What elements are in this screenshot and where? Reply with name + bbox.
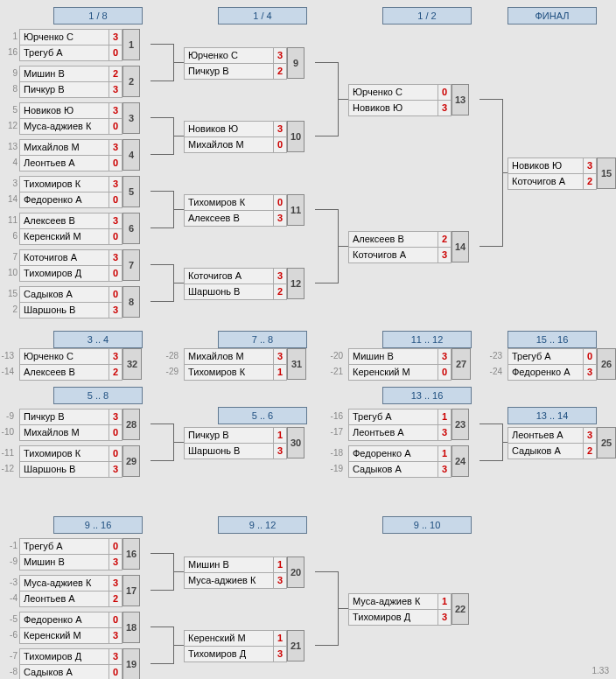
- player-name: Федоренко А: [19, 612, 110, 628]
- score: 3: [273, 121, 287, 137]
- header-place-13-14: 13 .. 14: [508, 407, 597, 424]
- score: 3: [108, 348, 122, 365]
- seed: -28: [164, 348, 178, 363]
- score: 3: [273, 572, 287, 589]
- score: 2: [583, 173, 597, 190]
- header-place-5-8: 5 .. 8: [53, 387, 143, 404]
- seed: -1: [4, 538, 18, 553]
- player-name: Тихомиров К: [19, 445, 110, 462]
- score: 3: [583, 364, 597, 381]
- player-name: Алексеев В: [19, 213, 110, 229]
- player-name: Муса-аджиев К: [348, 593, 439, 610]
- player-name: Мишин В: [19, 554, 110, 570]
- score: 0: [108, 664, 122, 679]
- score: 3: [108, 554, 122, 570]
- match-id: 8: [122, 286, 140, 318]
- match-id: 27: [452, 348, 471, 380]
- seed: 12: [4, 118, 18, 133]
- score: 3: [108, 302, 122, 318]
- score: 3: [438, 100, 452, 116]
- match-id: 1: [122, 29, 140, 60]
- score: 3: [438, 461, 452, 478]
- match-id: 6: [122, 213, 140, 244]
- score: 3: [438, 348, 452, 365]
- score: 2: [108, 66, 122, 82]
- match-id: 12: [287, 268, 304, 299]
- seed: -14: [0, 364, 14, 379]
- score: 1: [438, 593, 452, 610]
- seed: -7: [4, 648, 18, 663]
- score: 3: [583, 158, 597, 174]
- score: 2: [108, 364, 122, 381]
- seed: 7: [4, 249, 18, 264]
- seed: -6: [4, 627, 18, 642]
- player-name: Михайлов М: [184, 348, 275, 365]
- seed: 14: [4, 192, 18, 206]
- player-name: Коточигов А: [508, 173, 584, 190]
- score: 3: [108, 213, 122, 229]
- player-name: Садыков А: [19, 286, 110, 303]
- seed: -29: [164, 364, 178, 379]
- match-id: 4: [122, 139, 140, 171]
- player-name: Садыков А: [19, 664, 110, 679]
- score: 0: [108, 192, 122, 208]
- player-name: Керенский М: [19, 627, 110, 644]
- seed: -4: [4, 591, 18, 606]
- score: 2: [273, 284, 287, 300]
- header-round-1-2: 1 / 2: [382, 7, 472, 24]
- match-id: 32: [122, 348, 142, 380]
- score: 0: [108, 265, 122, 282]
- seed: -9: [4, 554, 18, 569]
- match-id: 26: [597, 348, 616, 380]
- player-name: Тихомиров К: [184, 194, 275, 211]
- score: 1: [438, 409, 452, 425]
- player-name: Садыков А: [348, 461, 439, 478]
- match-id: 3: [122, 102, 140, 134]
- player-name: Керенский М: [184, 630, 275, 647]
- player-name: Федоренко А: [348, 445, 439, 462]
- player-name: Леонтьев А: [348, 424, 439, 441]
- seed: 3: [4, 176, 18, 191]
- score: 3: [108, 575, 122, 592]
- player-name: Леонтьев А: [508, 427, 584, 444]
- player-name: Юрченко С: [348, 84, 439, 101]
- player-name: Трегуб А: [348, 409, 439, 425]
- match-id: 28: [122, 409, 140, 440]
- player-name: Юрченко С: [19, 29, 110, 46]
- score: 0: [438, 364, 452, 381]
- player-name: Коточигов А: [348, 247, 439, 263]
- match-id: 23: [452, 409, 469, 440]
- score: 3: [108, 409, 122, 425]
- match-id: 14: [452, 231, 469, 262]
- player-name: Алексеев В: [19, 364, 110, 381]
- score: 3: [108, 176, 122, 192]
- player-name: Коточигов А: [184, 268, 275, 284]
- player-name: Пичкур В: [184, 63, 275, 80]
- score: 0: [583, 348, 597, 365]
- player-name: Федоренко А: [508, 364, 584, 381]
- score: 3: [273, 47, 287, 64]
- player-name: Шаршонь В: [19, 461, 110, 478]
- player-name: Новиков Ю: [348, 100, 439, 116]
- player-name: Трегуб А: [19, 538, 110, 555]
- match-id: 18: [122, 612, 140, 643]
- score: 3: [108, 102, 122, 119]
- match-id: 20: [287, 556, 304, 588]
- seed: -19: [329, 461, 343, 476]
- seed: 6: [4, 228, 18, 243]
- seed: -8: [4, 664, 18, 679]
- player-name: Федоренко А: [19, 192, 110, 208]
- seed: 8: [4, 81, 18, 96]
- score: 0: [273, 136, 287, 153]
- player-name: Алексеев В: [184, 210, 275, 227]
- match-id: 5: [122, 176, 140, 207]
- player-name: Садыков А: [508, 443, 584, 459]
- match-id: 15: [597, 158, 616, 189]
- seed: 10: [4, 265, 18, 280]
- player-name: Новиков Ю: [19, 102, 110, 119]
- header-place-9-10: 9 .. 10: [382, 516, 472, 534]
- match-id: 19: [122, 648, 140, 679]
- header-round-1-8: 1 / 8: [53, 7, 143, 24]
- score: 3: [108, 249, 122, 266]
- header-place-3-4: 3 .. 4: [53, 331, 143, 348]
